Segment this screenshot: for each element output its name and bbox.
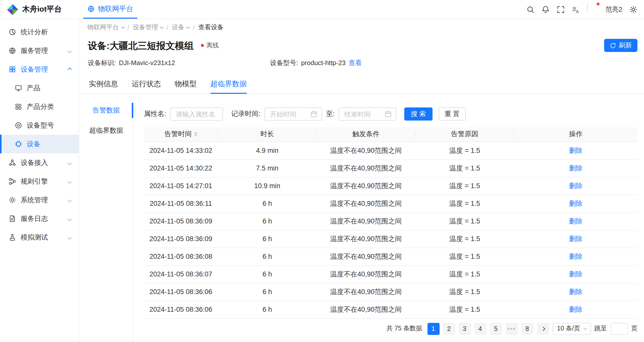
header: 木舟iot平台 物联网平台 文A 范亮2 — [0, 0, 644, 19]
status-label: 离线 — [206, 41, 219, 50]
tab-run-status[interactable]: 运行状态 — [132, 79, 161, 93]
page-button[interactable]: 2 — [443, 323, 455, 335]
flask-icon — [9, 234, 16, 241]
start-time-input[interactable] — [264, 107, 322, 121]
device-model-label: 设备型号: — [270, 58, 298, 67]
search-icon[interactable] — [526, 5, 534, 13]
delete-link[interactable]: 删除 — [569, 305, 582, 313]
sidebar-item-device-management[interactable]: 设备管理 — [0, 60, 79, 79]
sidebar-item-service-management[interactable]: 服务管理 — [0, 41, 79, 60]
table-row: 2024-11-05 14:30:22 7.5 min 温度不在40,90范围之… — [144, 159, 637, 177]
delete-link[interactable]: 删除 — [569, 217, 582, 225]
delete-link[interactable]: 删除 — [569, 200, 582, 207]
column-header[interactable]: 操作 — [514, 127, 637, 142]
translate-icon[interactable]: 文A — [572, 5, 580, 13]
column-header[interactable]: 告警时间 — [144, 127, 218, 142]
page-ellipsis[interactable]: ••• — [505, 323, 518, 335]
sidebar-item-system-management[interactable]: 系统管理 — [0, 191, 79, 209]
delete-link[interactable]: 删除 — [569, 235, 582, 242]
table-row: 2024-11-05 08:36:08 6 h 温度不在40,90范围之间 温度… — [144, 248, 637, 265]
device-info: 设备标识: DJI-Mavic-v231x12 设备型号: product-ht… — [80, 59, 644, 67]
jump-page-input[interactable] — [610, 323, 628, 335]
delete-link[interactable]: 删除 — [569, 164, 582, 172]
delete-link[interactable]: 删除 — [569, 252, 582, 260]
logo[interactable]: 木舟iot平台 — [0, 0, 79, 19]
breadcrumb: 物联网平台 / 设备管理 / 设备 / 查看设备 — [80, 19, 644, 31]
sidebar-item-simulation-test[interactable]: 模拟测试 — [0, 228, 79, 247]
page-button[interactable]: 4 — [474, 323, 486, 335]
svg-text:A: A — [576, 9, 579, 13]
sidebar-item-product[interactable]: 产品 — [0, 79, 79, 97]
cell-alarm-time: 2024-11-05 08:36:09 — [144, 230, 218, 248]
refresh-button[interactable]: 刷新 — [604, 39, 637, 52]
cell-trigger-condition: 温度不在40,90范围之间 — [317, 195, 415, 212]
page-title: 设备:大疆北三短报文模组 — [88, 39, 194, 52]
end-time-input[interactable] — [339, 107, 396, 121]
column-header[interactable]: 告警原因 — [415, 127, 514, 142]
page-size-select[interactable]: 10 条/页 — [552, 323, 591, 335]
subnav-item-alarm-data[interactable]: 告警数据 — [80, 100, 133, 121]
tab-instance-info[interactable]: 实例信息 — [89, 79, 118, 93]
sidebar-item-stats[interactable]: 统计分析 — [0, 23, 79, 41]
cell-trigger-condition: 温度不在40,90范围之间 — [317, 230, 415, 248]
tab-iot-platform[interactable]: 物联网平台 — [83, 0, 137, 19]
breadcrumb-item[interactable]: 查看设备 — [198, 23, 224, 32]
breadcrumb-item[interactable]: 设备管理 — [133, 23, 163, 32]
sidebar-item-device-access[interactable]: 设备接入 — [0, 153, 79, 172]
delete-link[interactable]: 删除 — [569, 270, 582, 278]
delete-link[interactable]: 删除 — [569, 288, 582, 295]
column-header[interactable]: 触发条件 — [317, 127, 415, 142]
pie-chart-icon — [9, 28, 16, 36]
cell-alarm-time: 2024-11-05 08:36:08 — [144, 248, 218, 265]
delete-link[interactable]: 删除 — [569, 182, 582, 189]
tab-bar: 实例信息运行状态物模型超临界数据 — [80, 79, 644, 94]
page-button[interactable]: 8 — [521, 323, 533, 335]
to-label: 至: — [326, 109, 335, 119]
page-button[interactable]: 1 — [427, 323, 439, 335]
page-button[interactable]: 5 — [490, 323, 502, 335]
breadcrumb-item[interactable]: 物联网平台 — [87, 23, 124, 32]
avatar[interactable] — [587, 4, 599, 15]
next-page-button[interactable] — [537, 323, 549, 335]
cell-alarm-reason: 温度 = 1.5 — [415, 248, 514, 265]
cell-action: 删除 — [514, 283, 637, 301]
sidebar-item-service-log[interactable]: 服务日志 — [0, 209, 79, 228]
tab-content: 告警数据超临界数据 属性名: 记录时间: 至: — [80, 94, 644, 342]
delete-link[interactable]: 删除 — [569, 147, 582, 154]
cell-action: 删除 — [514, 230, 637, 248]
sidebar-item-product-category[interactable]: 产品分类 — [0, 97, 79, 116]
cell-duration: 6 h — [218, 212, 316, 230]
chevron-up-icon — [68, 67, 72, 72]
username[interactable]: 范亮2 — [606, 5, 622, 14]
device-model-value: product-http-23 — [301, 59, 345, 67]
subnav: 告警数据超临界数据 — [80, 94, 133, 342]
sort-icon[interactable] — [194, 132, 197, 137]
view-link[interactable]: 查看 — [349, 58, 362, 67]
cell-trigger-condition: 温度不在40,90范围之间 — [317, 159, 415, 177]
pagination-total: 共 75 条数据 — [386, 324, 422, 333]
target-icon — [15, 122, 22, 129]
cell-alarm-time: 2024-11-05 14:27:01 — [144, 177, 218, 195]
file-log-icon — [9, 215, 16, 222]
breadcrumb-item[interactable]: 设备 — [172, 23, 190, 32]
search-button[interactable]: 搜 索 — [405, 107, 433, 121]
sidebar-item-rule-engine[interactable]: 规则引擎 — [0, 172, 79, 191]
fullscreen-icon[interactable] — [557, 5, 565, 13]
cell-trigger-condition: 温度不在40,90范围之间 — [317, 248, 415, 265]
page-buttons: 12345•••8 — [427, 323, 533, 335]
subnav-item-supercritical-data[interactable]: 超临界数据 — [80, 121, 133, 141]
column-header[interactable]: 时长 — [218, 127, 316, 142]
page-button[interactable]: 3 — [459, 323, 471, 335]
attribute-name-input[interactable] — [170, 107, 223, 121]
sidebar-item-device[interactable]: 设备 — [0, 135, 79, 153]
cell-trigger-condition: 温度不在40,90范围之间 — [317, 283, 415, 301]
tab-supercritical-data[interactable]: 超临界数据 — [210, 79, 247, 93]
cell-duration: 6 h — [218, 248, 316, 265]
reset-button[interactable]: 重 置 — [439, 107, 466, 121]
cell-alarm-reason: 温度 = 1.5 — [415, 177, 514, 195]
gear-icon[interactable] — [629, 5, 637, 13]
bell-icon[interactable] — [542, 5, 550, 13]
sidebar-item-device-model[interactable]: 设备型号 — [0, 116, 79, 135]
chevron-down-icon — [68, 217, 72, 221]
tab-thing-model[interactable]: 物模型 — [175, 79, 197, 93]
